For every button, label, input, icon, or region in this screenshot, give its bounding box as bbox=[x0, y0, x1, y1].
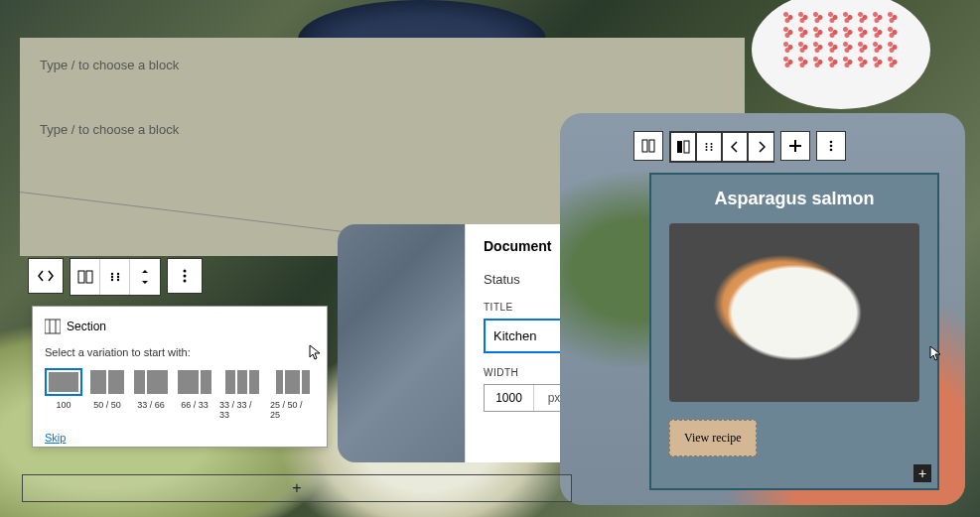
drag-icon bbox=[704, 142, 714, 152]
columns-icon bbox=[641, 139, 655, 153]
chevron-left-icon bbox=[731, 141, 739, 153]
more-options-button[interactable] bbox=[816, 131, 846, 161]
skip-link[interactable]: Skip bbox=[45, 432, 66, 444]
cursor-pointer-icon bbox=[929, 345, 943, 361]
drag-icon bbox=[109, 271, 121, 283]
stone-texture-panel bbox=[338, 224, 467, 462]
plus-icon bbox=[788, 139, 802, 153]
layout-icon bbox=[676, 140, 690, 154]
add-block-region[interactable]: + bbox=[22, 474, 572, 502]
layout-button[interactable] bbox=[633, 131, 663, 161]
section-heading-text: Section bbox=[67, 320, 106, 333]
align-button[interactable] bbox=[670, 132, 696, 162]
svg-rect-16 bbox=[677, 141, 682, 153]
svg-point-23 bbox=[711, 149, 713, 151]
code-button[interactable] bbox=[28, 258, 64, 294]
recipe-card-block[interactable]: Asparagus salmon View recipe + bbox=[649, 173, 939, 490]
svg-rect-1 bbox=[86, 271, 92, 283]
move-left-button[interactable] bbox=[722, 132, 748, 162]
arrows-vertical-icon bbox=[139, 269, 151, 285]
svg-point-18 bbox=[706, 143, 708, 145]
svg-point-7 bbox=[116, 276, 118, 278]
svg-point-9 bbox=[184, 275, 187, 278]
more-icon bbox=[829, 140, 833, 152]
svg-point-6 bbox=[110, 276, 112, 278]
move-vertical-button[interactable] bbox=[130, 259, 160, 295]
move-right-button[interactable] bbox=[748, 132, 773, 162]
svg-point-24 bbox=[830, 141, 833, 144]
svg-rect-15 bbox=[649, 140, 654, 152]
plus-icon: + bbox=[292, 479, 301, 497]
variation-33-66[interactable]: 33 / 66 bbox=[132, 368, 170, 420]
svg-rect-17 bbox=[684, 141, 689, 153]
code-icon bbox=[38, 268, 54, 284]
svg-rect-11 bbox=[45, 320, 61, 333]
section-icon bbox=[45, 319, 61, 334]
recipe-preview-panel: Asparagus salmon View recipe + bbox=[560, 113, 965, 505]
add-block-button[interactable] bbox=[780, 131, 810, 161]
svg-point-26 bbox=[830, 149, 833, 152]
section-picker-subtitle: Select a variation to start with: bbox=[45, 346, 315, 358]
variation-list: 100 50 / 50 33 / 66 66 / 33 33 / 33 / 33… bbox=[45, 368, 315, 420]
svg-point-3 bbox=[116, 273, 118, 275]
svg-point-4 bbox=[110, 279, 112, 281]
svg-point-10 bbox=[184, 280, 187, 283]
chevron-right-icon bbox=[758, 141, 766, 153]
svg-point-5 bbox=[116, 279, 118, 281]
recipe-block-toolbar bbox=[633, 131, 846, 163]
view-recipe-button[interactable]: View recipe bbox=[669, 420, 757, 456]
more-options-button[interactable] bbox=[167, 258, 203, 294]
svg-point-8 bbox=[184, 270, 187, 273]
svg-rect-0 bbox=[78, 271, 84, 283]
svg-point-19 bbox=[711, 143, 713, 145]
variation-33-33-33[interactable]: 33 / 33 / 33 bbox=[219, 368, 264, 420]
block-toolbar bbox=[28, 258, 203, 296]
cursor-pointer-icon bbox=[309, 344, 323, 360]
section-variation-picker: Section Select a variation to start with… bbox=[32, 306, 328, 448]
svg-rect-14 bbox=[642, 140, 647, 152]
width-input[interactable] bbox=[485, 385, 534, 411]
svg-point-21 bbox=[711, 146, 713, 148]
svg-point-20 bbox=[706, 146, 708, 148]
variation-25-50-25[interactable]: 25 / 50 / 25 bbox=[270, 368, 315, 420]
svg-point-2 bbox=[110, 273, 112, 275]
recipe-title[interactable]: Asparagus salmon bbox=[651, 175, 937, 223]
recipe-image[interactable] bbox=[669, 223, 919, 402]
variation-100[interactable]: 100 bbox=[45, 368, 82, 420]
columns-button[interactable] bbox=[70, 259, 100, 295]
background-berries bbox=[781, 10, 901, 69]
svg-point-22 bbox=[706, 149, 708, 151]
document-panel-heading: Document bbox=[484, 238, 551, 254]
add-block-corner-button[interactable]: + bbox=[913, 464, 931, 482]
more-icon bbox=[183, 269, 187, 283]
block-placeholder[interactable]: Type / to choose a block bbox=[40, 58, 725, 72]
status-label: Status bbox=[484, 272, 520, 287]
svg-point-25 bbox=[830, 145, 833, 148]
columns-icon bbox=[77, 269, 93, 285]
variation-66-33[interactable]: 66 / 33 bbox=[176, 368, 213, 420]
drag-handle[interactable] bbox=[696, 132, 722, 162]
section-picker-heading: Section bbox=[45, 319, 315, 334]
variation-50-50[interactable]: 50 / 50 bbox=[88, 368, 126, 420]
drag-handle[interactable] bbox=[100, 259, 130, 295]
